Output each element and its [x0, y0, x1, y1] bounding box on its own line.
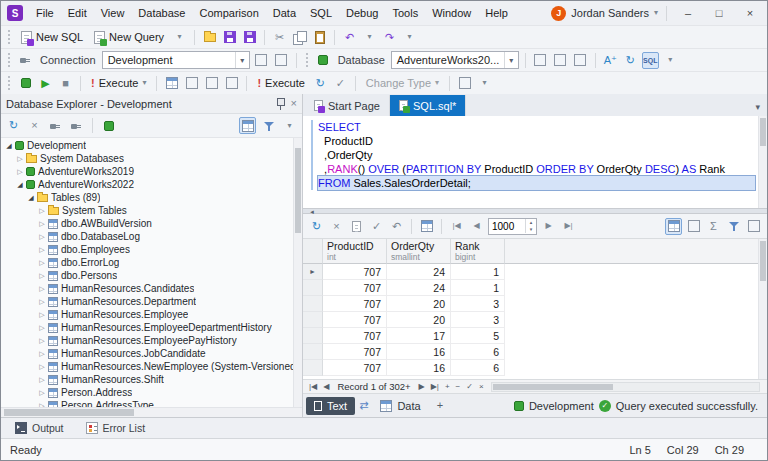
menu-view[interactable]: View — [94, 3, 132, 23]
collapse-icon[interactable]: ◢ — [4, 142, 14, 150]
explorer-vertical-scrollbar[interactable] — [293, 138, 302, 407]
tab-output[interactable]: Output — [5, 420, 74, 436]
last-record-icon[interactable]: ▶| — [428, 383, 442, 391]
save-icon[interactable] — [221, 29, 238, 46]
expand-icon[interactable]: ▷ — [37, 350, 47, 358]
connect-icon[interactable] — [47, 117, 64, 134]
toolbar-overflow-icon[interactable]: ▾ — [662, 52, 679, 69]
toolbar-overflow-icon[interactable]: ▾ — [476, 75, 493, 92]
grid-vertical-scrollbar[interactable] — [758, 239, 767, 379]
code-line[interactable]: ,RANK() OVER (PARTITION BY ProductID ORD… — [318, 162, 755, 176]
comment-icon[interactable] — [532, 52, 549, 69]
cell[interactable]: 707 — [323, 296, 387, 312]
tab-data[interactable]: Data — [372, 397, 428, 415]
cell[interactable]: 20 — [387, 296, 451, 312]
cell[interactable]: 3 — [451, 296, 505, 312]
cell[interactable]: 5 — [451, 328, 505, 344]
column-header[interactable]: OrderQtysmallint — [387, 239, 451, 264]
cell[interactable]: 16 — [387, 344, 451, 360]
toolbar-grip[interactable] — [8, 76, 11, 90]
menu-debug[interactable]: Debug — [339, 3, 385, 23]
cell[interactable]: 707 — [323, 344, 387, 360]
expand-icon[interactable]: ▷ — [37, 363, 47, 371]
tree-item[interactable]: ◢Development — [1, 139, 302, 152]
delete-record-icon[interactable]: − — [453, 383, 464, 391]
swap-panes-icon[interactable]: ⇄ — [359, 400, 368, 411]
menu-sql[interactable]: SQL — [303, 3, 339, 23]
save-all-icon[interactable] — [241, 29, 258, 46]
redo-icon[interactable]: ↷ — [381, 29, 398, 46]
uncomment-icon[interactable] — [552, 52, 569, 69]
font-size-icon[interactable]: A⁺ — [602, 52, 619, 69]
tree-item[interactable]: ▷HumanResources.Department — [1, 295, 302, 308]
copy-icon[interactable] — [291, 29, 308, 46]
next-page-icon[interactable]: ▶ — [540, 218, 557, 235]
expand-icon[interactable]: ▷ — [37, 324, 47, 332]
add-tab-icon[interactable]: + — [433, 400, 447, 411]
tree-item[interactable]: ▷dbo.ErrorLog — [1, 256, 302, 269]
table-row[interactable]: 707203 — [303, 296, 767, 312]
user-name[interactable]: Jordan Sanders — [571, 7, 649, 19]
tree-item[interactable]: ▷dbo.DatabaseLog — [1, 230, 302, 243]
close-panel-icon[interactable]: × — [291, 98, 297, 109]
table-row[interactable]: ►707241 — [303, 264, 767, 280]
database-select[interactable]: AdventureWorks20... ▾ — [391, 51, 519, 69]
expand-icon[interactable]: ▷ — [15, 168, 25, 176]
query-profiler-icon[interactable] — [203, 75, 220, 92]
next-record-icon[interactable]: ▶ — [416, 383, 428, 391]
expand-icon[interactable]: ▷ — [15, 155, 25, 163]
column-header[interactable]: ProductIDint — [323, 239, 387, 264]
connection-properties-icon[interactable] — [273, 52, 290, 69]
snippet-icon[interactable] — [572, 52, 589, 69]
menu-tools[interactable]: Tools — [385, 3, 425, 23]
tree-item[interactable]: ▷dbo.Persons — [1, 269, 302, 282]
collapse-icon[interactable]: ◢ — [26, 194, 36, 202]
cell[interactable]: 707 — [323, 312, 387, 328]
user-menu-chevron-icon[interactable]: ▾ — [654, 9, 658, 17]
user-avatar[interactable]: J — [551, 6, 566, 21]
cell[interactable]: 6 — [451, 360, 505, 376]
tree-item[interactable]: ▷HumanResources.Employee — [1, 308, 302, 321]
cell[interactable]: 707 — [323, 280, 387, 296]
refresh-results-icon[interactable]: ↻ — [308, 218, 325, 235]
tree-item[interactable]: ▷dbo.Employees — [1, 243, 302, 256]
tree-item[interactable]: ▷HumanResources.JobCandidate — [1, 347, 302, 360]
paste-icon[interactable] — [311, 29, 328, 46]
validate-icon[interactable]: ✓ — [332, 75, 349, 92]
execute-button[interactable]: ! Execute ▾ — [87, 75, 150, 91]
new-sql-button[interactable]: New SQL — [17, 29, 87, 46]
menu-edit[interactable]: Edit — [61, 3, 94, 23]
tree-item[interactable]: ◢AdventureWorks2022 — [1, 178, 302, 191]
open-file-icon[interactable] — [201, 29, 218, 46]
tree-item[interactable]: ▷Person.Address — [1, 386, 302, 399]
table-row[interactable]: 707166 — [303, 360, 767, 376]
run-icon[interactable]: ▶ — [37, 75, 54, 92]
execute-dropdown-icon[interactable]: ▾ — [142, 79, 146, 87]
query-plan-icon[interactable] — [183, 75, 200, 92]
filter-results-icon[interactable] — [725, 218, 742, 235]
cancel-edit-icon[interactable]: × — [476, 383, 487, 391]
expand-icon[interactable]: ▷ — [37, 285, 47, 293]
expand-icon[interactable]: ▷ — [37, 259, 47, 267]
column-chooser-icon[interactable] — [745, 218, 762, 235]
connection-dropdown-icon[interactable]: ▾ — [235, 52, 249, 68]
tree-item[interactable]: ▷HumanResources.NewEmployee (System-Vers… — [1, 360, 302, 373]
tree-item[interactable]: ▷AdventureWorks2019 — [1, 165, 302, 178]
explorer-horizontal-scrollbar[interactable] — [1, 407, 302, 417]
menu-window[interactable]: Window — [425, 3, 478, 23]
new-document-dropdown-icon[interactable]: ▾ — [171, 29, 188, 46]
toolbar-grip[interactable] — [8, 30, 11, 44]
collapse-icon[interactable]: ◢ — [15, 181, 25, 189]
maximize-button[interactable]: □ — [706, 4, 732, 22]
aggregates-icon[interactable]: Σ — [705, 218, 722, 235]
code-line[interactable]: ProductID — [318, 134, 755, 148]
tab-overflow-icon[interactable]: ▾ — [755, 103, 767, 116]
prev-record-icon[interactable]: ◀ — [320, 383, 332, 391]
tree-item[interactable]: ▷HumanResources.Candidates — [1, 282, 302, 295]
refresh-intellisense-icon[interactable]: ↻ — [622, 52, 639, 69]
pin-panel-icon[interactable] — [275, 97, 285, 110]
explorer-overflow-icon[interactable]: ▾ — [281, 117, 298, 134]
tree-item[interactable]: ▷HumanResources.EmployeeDepartmentHistor… — [1, 321, 302, 334]
table-row[interactable]: 707241 — [303, 280, 767, 296]
filter-objects-icon[interactable] — [260, 117, 277, 134]
